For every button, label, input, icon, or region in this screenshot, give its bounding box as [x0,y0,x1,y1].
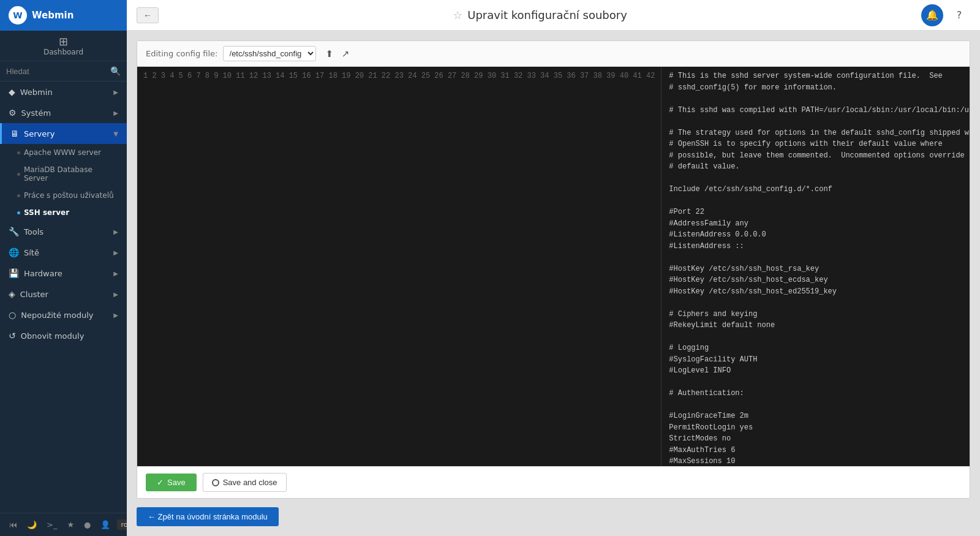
sidebar-item-label: Hardware [24,269,62,278]
back-button[interactable]: ← [137,7,159,23]
editor-header: Editing config file: /etc/ssh/sshd_confi… [137,41,970,67]
code-editor[interactable] [662,67,970,466]
sidebar-item-label: Systém [21,108,51,118]
sidebar-item-label: Obnovit moduly [21,331,85,341]
sidebar-subitem-label: SSH server [24,208,69,217]
nav-section: ◆ Webmin ▶ ⚙ Systém ▶ 🖥 Servery ▼ Apache… [0,81,127,346]
sidebar-item-label: Servery [24,129,55,138]
chevron-right-icon: ▶ [113,270,118,277]
webmin-brand: Webmin [32,10,74,21]
sidebar-header: W Webmin [0,0,127,31]
sidebar-item-label: Cluster [20,290,48,299]
top-right-icons: 🔔 ? [921,4,970,26]
sidebar-subitem-mariadb[interactable]: MariaDB Database Server [0,161,127,187]
search-bar: 🔍 [0,61,127,81]
sidebar-item-label: Webmin [20,88,53,97]
page-title-text: Upravit konfigurační soubory [467,9,627,21]
line-numbers: 1 2 3 4 5 6 7 8 9 10 11 12 13 14 15 16 1… [137,67,662,466]
sidebar-subitem-label: Apache WWW server [24,148,101,157]
dot-icon [17,173,20,176]
sidebar-item-cluster[interactable]: ◈ Cluster ▶ [0,284,127,304]
sidebar-subitem-label: MariaDB Database Server [24,165,118,183]
page-title: ☆ Upravit konfigurační soubory [166,9,914,21]
sidebar-item-refresh[interactable]: ↺ Obnovit moduly [0,325,127,346]
back-module-button[interactable]: ← Zpět na úvodní stránka modulu [137,507,279,526]
star-icon[interactable]: ★ [64,518,77,531]
external-link-icon[interactable]: ↗ [339,47,352,61]
upload-icon[interactable]: ⬆ [323,47,336,61]
chevron-right-icon: ▶ [113,312,118,319]
sidebar-item-tools[interactable]: 🔧 Tools ▶ [0,221,127,242]
sidebar-item-servers[interactable]: 🖥 Servery ▼ [0,123,127,144]
terminal-icon[interactable]: >_ [43,518,60,531]
chevron-down-icon: ▼ [113,130,118,137]
chevron-right-icon: ▶ [113,249,118,256]
sidebar-item-label: Sítě [24,248,39,257]
code-area: 1 2 3 4 5 6 7 8 9 10 11 12 13 14 15 16 1… [137,67,970,466]
chevron-right-icon: ▶ [113,89,118,96]
sidebar-item-label: Nepoužité moduly [21,311,93,320]
content-area: Editing config file: /etc/ssh/sshd_confi… [127,31,980,536]
search-icon: 🔍 [110,66,121,76]
save-close-label: Save and close [223,478,277,487]
chevron-right-icon: ▶ [113,228,118,235]
chevron-right-icon: ▶ [113,110,118,116]
dot-icon [17,151,20,154]
back-module-section: ← Zpět na úvodní stránka modulu [137,507,970,526]
save-checkmark-icon: ✓ [157,478,164,487]
main-content: ← ☆ Upravit konfigurační soubory 🔔 ? Edi… [127,0,980,536]
sidebar-item-unused[interactable]: ○ Nepoužité moduly ▶ [0,304,127,325]
webmin-logo: W [9,6,27,25]
topbar: ← ☆ Upravit konfigurační soubory 🔔 ? [127,0,980,31]
root-badge: root [117,519,127,530]
dot-icon [17,194,20,197]
save-button[interactable]: ✓ Save [146,474,197,491]
circle-icon[interactable]: ● [81,518,94,531]
save-label: Save [167,478,186,487]
sidebar-subitem-label: Práce s poštou uživatelů [24,191,114,200]
notification-icon[interactable]: 🔔 [921,4,943,26]
file-label: Editing config file: [146,49,218,58]
sidebar-subitem-mail[interactable]: Práce s poštou uživatelů [0,187,127,204]
sidebar-subitem-ssh[interactable]: SSH server [0,204,127,221]
dashboard-tab[interactable]: ⊞ Dashboard [0,31,127,61]
first-icon[interactable]: ⏮ [6,518,20,531]
save-close-button[interactable]: Save and close [203,473,287,492]
sidebar-subitem-apache[interactable]: Apache WWW server [0,144,127,161]
sidebar-item-hardware[interactable]: 💾 Hardware ▶ [0,263,127,284]
sidebar-item-label: Tools [24,227,43,236]
sidebar-footer: ⏮ 🌙 >_ ★ ● 👤 root ✖ [0,513,127,536]
sidebar-item-webmin[interactable]: ◆ Webmin ▶ [0,81,127,102]
favorite-icon[interactable]: ☆ [453,9,462,21]
file-path-select[interactable]: /etc/ssh/sshd_config [223,46,316,61]
sidebar-item-sites[interactable]: 🌐 Sítě ▶ [0,242,127,263]
dashboard-label: Dashboard [43,48,83,56]
sidebar: W Webmin ⊞ Dashboard 🔍 ◆ Webmin ▶ ⚙ Syst… [0,0,127,536]
user-icon[interactable]: 👤 [97,518,113,531]
moon-icon[interactable]: 🌙 [24,518,40,531]
search-input[interactable] [6,67,110,76]
editor-panel: Editing config file: /etc/ssh/sshd_confi… [137,40,970,499]
dot-active-icon [17,211,20,214]
help-icon[interactable]: ? [948,4,970,26]
action-bar: ✓ Save Save and close [137,466,970,498]
save-close-circle-icon [212,479,219,486]
chevron-right-icon: ▶ [113,291,118,298]
editor-header-icons: ⬆ ↗ [323,47,352,61]
sidebar-item-system[interactable]: ⚙ Systém ▶ [0,102,127,123]
